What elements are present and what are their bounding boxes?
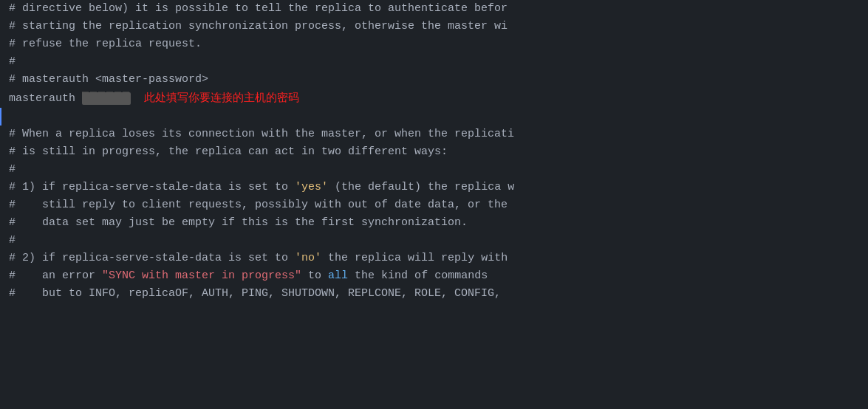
code-line-5: # masterauth <master-password>: [0, 71, 868, 89]
code-editor: # directive below) it is possible to tel…: [0, 0, 868, 409]
code-line-6: masterauth ██████ 此处填写你要连接的主机的密码: [0, 89, 868, 108]
code-line-16: # an error "SYNC with master in progress…: [0, 267, 868, 285]
code-line-14: #: [0, 232, 868, 250]
code-line-2: # starting the replication synchronizati…: [0, 18, 868, 35]
code-line-1: # directive below) it is possible to tel…: [0, 0, 868, 18]
code-line-cursor: [0, 108, 868, 126]
code-line-17: # but to INFO, replicaOF, AUTH, PING, SH…: [0, 285, 868, 303]
code-line-11: # 1) if replica-serve-stale-data is set …: [0, 179, 868, 196]
code-line-8: # When a replica loses its connection wi…: [0, 126, 868, 143]
code-line-13: # data set may just be empty if this is …: [0, 214, 868, 232]
code-line-12: # still reply to client requests, possib…: [0, 196, 868, 214]
code-line-10: #: [0, 161, 868, 179]
code-line-3: # refuse the replica request.: [0, 35, 868, 53]
code-line-15: # 2) if replica-serve-stale-data is set …: [0, 250, 868, 267]
code-line-4: #: [0, 53, 868, 71]
code-line-9: # is still in progress, the replica can …: [0, 143, 868, 161]
